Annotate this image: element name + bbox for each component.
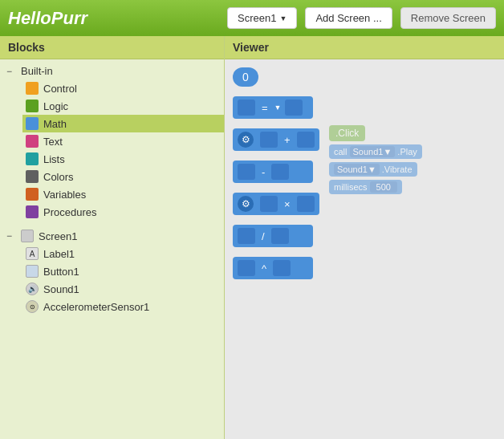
block-row-equals: = ▼ bbox=[233, 96, 496, 119]
button1-icon bbox=[26, 265, 39, 278]
screen-selector[interactable]: Screen1 bbox=[227, 7, 297, 29]
sidebar-item-button1[interactable]: Button1 bbox=[22, 262, 224, 280]
op-multiply: × bbox=[281, 198, 294, 210]
sidebar-item-math[interactable]: Math bbox=[22, 115, 224, 132]
variables-label: Variables bbox=[43, 189, 86, 201]
sidebar-item-text[interactable]: Text bbox=[22, 132, 224, 150]
slot-left-power bbox=[238, 260, 255, 276]
sidebar-item-lists[interactable]: Lists bbox=[22, 150, 224, 168]
sound1-icon: 🔊 bbox=[26, 283, 39, 295]
control-icon bbox=[26, 82, 39, 95]
slot-left-minus bbox=[238, 164, 255, 180]
divide-block[interactable]: / bbox=[233, 225, 313, 247]
sidebar-item-variables[interactable]: Variables bbox=[22, 185, 224, 203]
block-row-plus: ⚙ + .Click call bbox=[233, 128, 496, 151]
screen-icon bbox=[21, 230, 34, 242]
slot-right-minus bbox=[271, 164, 289, 180]
accelerometer-icon: ⊙ bbox=[26, 300, 39, 313]
op-divide: / bbox=[258, 230, 268, 242]
cali-sound-block: call Sound1▼ .Play bbox=[329, 144, 422, 159]
variables-icon bbox=[26, 188, 39, 201]
sound1-label: Sound1 bbox=[43, 283, 79, 295]
sidebar-item-label1[interactable]: A Label1 bbox=[22, 245, 224, 262]
number-block[interactable]: 0 bbox=[233, 67, 258, 87]
sidebar-item-sound1[interactable]: 🔊 Sound1 bbox=[22, 280, 224, 298]
builtin-children: Control Logic Math Text Lists bbox=[0, 79, 224, 221]
op-plus: + bbox=[281, 134, 294, 146]
text-icon bbox=[26, 135, 39, 148]
viewer-header: Viewer bbox=[225, 36, 504, 59]
click-block: .Click bbox=[329, 125, 365, 141]
logic-label: Logic bbox=[43, 100, 68, 112]
slot-right-divide bbox=[271, 228, 289, 244]
screen-section: − Screen1 A Label1 Button1 🔊 Sound1 bbox=[0, 224, 224, 319]
label1-label: Label1 bbox=[43, 248, 75, 260]
sidebar-item-logic[interactable]: Logic bbox=[22, 97, 224, 115]
lists-icon bbox=[26, 152, 39, 165]
block-row-number: 0 bbox=[233, 67, 496, 87]
viewer: Viewer 0 = ▼ ⚙ bbox=[225, 36, 504, 439]
screen1-group[interactable]: − Screen1 bbox=[0, 227, 224, 245]
lists-label: Lists bbox=[43, 153, 65, 165]
slot-left-plus bbox=[260, 132, 278, 148]
minus-block[interactable]: - bbox=[233, 161, 313, 183]
app-header: HelloPurr Screen1 Add Screen ... Remove … bbox=[0, 0, 504, 36]
sidebar-item-accelerometer[interactable]: ⊙ AccelerometerSensor1 bbox=[22, 298, 224, 315]
slot-left-divide bbox=[238, 228, 255, 244]
dropdown-arrow: ▼ bbox=[274, 104, 282, 112]
screen-children: A Label1 Button1 🔊 Sound1 ⊙ Acceleromete… bbox=[0, 245, 224, 315]
ghost-blocks: .Click call Sound1▼ .Play bbox=[329, 125, 422, 194]
gear-icon-plus[interactable]: ⚙ bbox=[238, 132, 254, 148]
logic-icon bbox=[26, 100, 39, 112]
add-screen-button[interactable]: Add Screen ... bbox=[305, 7, 392, 29]
collapse-icon: − bbox=[6, 66, 16, 77]
slot-right bbox=[285, 100, 303, 116]
slot-left-multiply bbox=[260, 196, 278, 212]
colors-label: Colors bbox=[43, 171, 74, 183]
block-row-multiply: ⚙ × bbox=[233, 193, 496, 215]
sidebar-item-control[interactable]: Control bbox=[22, 79, 224, 97]
builtin-label: Built-in bbox=[21, 65, 53, 77]
colors-icon bbox=[26, 170, 39, 183]
procedures-icon bbox=[26, 205, 39, 218]
screen-collapse-icon: − bbox=[6, 230, 16, 242]
viewer-canvas: 0 = ▼ ⚙ + bbox=[225, 59, 504, 437]
main-layout: Blocks − Built-in Control Logic Math bbox=[0, 36, 504, 439]
block-row-divide: / bbox=[233, 225, 496, 247]
multiply-block[interactable]: ⚙ × bbox=[233, 193, 319, 215]
accelerometer-label: AccelerometerSensor1 bbox=[43, 301, 149, 313]
op-minus: - bbox=[258, 166, 268, 178]
slot-left bbox=[238, 100, 255, 116]
sidebar: Blocks − Built-in Control Logic Math bbox=[0, 36, 225, 439]
slot-right-power bbox=[273, 260, 291, 276]
label1-icon: A bbox=[26, 247, 39, 260]
button1-label: Button1 bbox=[43, 266, 79, 278]
builtin-section: − Built-in Control Logic Math bbox=[0, 59, 224, 224]
sidebar-item-procedures[interactable]: Procedures bbox=[22, 203, 224, 221]
slot-right-plus bbox=[297, 132, 315, 148]
control-label: Control bbox=[43, 83, 77, 95]
builtin-group[interactable]: − Built-in bbox=[0, 63, 224, 79]
plus-block[interactable]: ⚙ + bbox=[233, 128, 319, 151]
equals-block[interactable]: = ▼ bbox=[233, 96, 313, 119]
remove-screen-button[interactable]: Remove Screen bbox=[400, 7, 496, 29]
vibrate-block: Sound1▼ .Vibrate bbox=[329, 162, 417, 177]
block-row-power: ^ bbox=[233, 257, 496, 279]
op-power: ^ bbox=[258, 262, 270, 274]
procedures-label: Procedures bbox=[43, 206, 96, 218]
blocks-header: Blocks bbox=[0, 36, 224, 59]
sidebar-item-colors[interactable]: Colors bbox=[22, 168, 224, 185]
app-title: HelloPurr bbox=[8, 8, 219, 29]
screen1-label: Screen1 bbox=[39, 230, 77, 242]
math-label: Math bbox=[43, 118, 67, 130]
gear-icon-multiply[interactable]: ⚙ bbox=[238, 196, 254, 212]
number-value: 0 bbox=[242, 71, 249, 83]
millisecs-block: millisecs 500 bbox=[329, 180, 402, 194]
slot-right-multiply bbox=[297, 196, 315, 212]
op-equals: = bbox=[258, 102, 271, 114]
math-icon bbox=[26, 117, 39, 130]
power-block[interactable]: ^ bbox=[233, 257, 313, 279]
text-label: Text bbox=[43, 136, 63, 148]
